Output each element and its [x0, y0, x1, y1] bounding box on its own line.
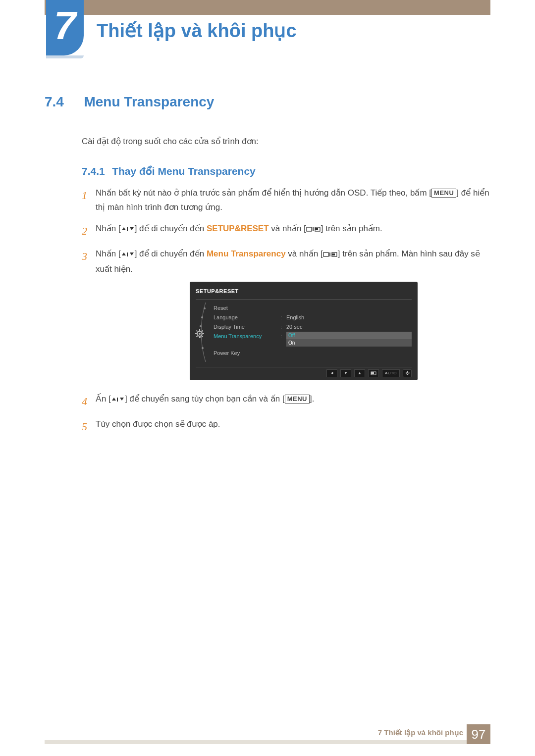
step-text: Ấn [: [96, 394, 111, 403]
keyword-setup-reset: SETUP&RESET: [207, 224, 269, 233]
osd-value: 20 sec: [286, 322, 302, 332]
menu-key-icon: MENU: [431, 189, 456, 198]
step-1: 1 Nhấn bất kỳ nút nào ở phía trước sản p…: [82, 186, 490, 215]
top-accent-bar: [45, 0, 490, 15]
step-text: và nhấn [: [269, 224, 306, 233]
svg-point-20: [199, 333, 201, 335]
svg-rect-30: [371, 372, 374, 374]
step-number: 1: [82, 186, 96, 204]
up-down-icon: [111, 393, 125, 407]
osd-title: SETUP&RESET: [196, 287, 412, 300]
chapter-number-tab: 7: [46, 0, 84, 55]
osd-option-off: Off: [286, 332, 412, 339]
osd-row-language: Language : English: [214, 313, 412, 322]
osd-row-display-time: Display Time : 20 sec: [214, 322, 412, 332]
footer-chapter-text: 7 Thiết lập và khôi phục: [378, 728, 463, 737]
step-number: 5: [82, 417, 96, 436]
step-text: ] để chuyển sang tùy chọn bạn cần và ấn …: [125, 394, 285, 403]
step-number: 3: [82, 247, 96, 265]
osd-label: Power Key: [214, 349, 280, 358]
step-5: 5 Tùy chọn được chọn sẽ được áp.: [82, 417, 490, 436]
up-down-icon: [121, 223, 135, 237]
step-2: 2 Nhấn [] để di chuyển đến SETUP&RESET v…: [82, 222, 490, 240]
source-enter-icon: [306, 223, 321, 237]
osd-label: Language: [214, 313, 280, 322]
step-text: Tùy chọn được chọn sẽ được áp.: [96, 417, 490, 432]
osd-nav-left-icon: ◄: [326, 369, 337, 377]
source-enter-icon: [323, 248, 338, 262]
svg-point-18: [202, 347, 204, 349]
gear-icon: [195, 329, 205, 339]
step-number: 2: [82, 222, 96, 240]
osd-nav-up-icon: ▲: [354, 369, 365, 377]
osd-label: Display Time: [214, 322, 280, 332]
osd-option-on: On: [286, 339, 412, 347]
subsection-number: 7.4.1: [82, 165, 105, 177]
osd-colon: :: [280, 332, 286, 341]
svg-point-16: [200, 325, 202, 327]
svg-rect-32: [117, 398, 118, 402]
svg-rect-11: [329, 252, 330, 256]
osd-row-menu-transparency: Menu Transparency : Off On: [214, 332, 412, 349]
osd-auto-button: AUTO: [382, 369, 400, 377]
svg-line-25: [197, 331, 198, 332]
svg-marker-9: [130, 252, 134, 255]
svg-rect-8: [127, 252, 128, 256]
keyword-menu-transparency: Menu Transparency: [207, 249, 286, 258]
step-4: 4 Ấn [] để chuyển sang tùy chọn bạn cần …: [82, 392, 490, 410]
osd-row-reset: Reset: [214, 303, 412, 313]
svg-rect-1: [127, 227, 128, 231]
svg-rect-3: [307, 227, 312, 231]
osd-label-active: Menu Transparency: [214, 332, 280, 341]
svg-marker-33: [120, 398, 124, 401]
step-text: Nhấn [: [96, 249, 121, 258]
step-text: ] để di chuyển đến: [135, 224, 207, 233]
step-text: ] trên sản phẩm.: [321, 224, 382, 233]
osd-panel: SETUP&RESET: [190, 282, 418, 380]
step-text: ].: [310, 394, 314, 403]
step-3: 3 Nhấn [] để di chuyển đến Menu Transpar…: [82, 247, 490, 385]
svg-rect-13: [332, 253, 335, 255]
osd-colon: :: [280, 322, 286, 332]
svg-line-28: [197, 336, 198, 337]
svg-marker-0: [122, 227, 126, 230]
svg-line-27: [202, 331, 203, 332]
osd-nav-down-icon: ▼: [340, 369, 351, 377]
svg-line-26: [202, 336, 203, 337]
page-number: 97: [467, 724, 490, 744]
osd-label: Reset: [214, 303, 280, 313]
step-text: Nhấn bất kỳ nút nào ở phía trước sản phẩ…: [96, 188, 431, 198]
menu-key-icon: MENU: [285, 395, 310, 403]
osd-value: English: [286, 313, 304, 322]
svg-marker-31: [112, 398, 116, 401]
section-number: 7.4: [45, 94, 82, 110]
step-text: và nhấn [: [286, 249, 323, 258]
svg-point-15: [201, 316, 203, 318]
osd-footer-buttons: ◄ ▼ ▲ AUTO ⏻: [196, 367, 412, 377]
step-text: ] để di chuyển đến: [135, 249, 207, 258]
osd-enter-icon: [368, 369, 379, 377]
osd-colon: :: [280, 313, 286, 322]
svg-marker-7: [122, 252, 126, 255]
svg-rect-10: [323, 252, 328, 256]
step-text: Nhấn [: [96, 224, 121, 233]
svg-marker-2: [130, 227, 134, 230]
svg-point-14: [204, 307, 206, 309]
step-number: 4: [82, 392, 96, 410]
up-down-icon: [121, 248, 135, 262]
subsection-title: Thay đổi Menu Transparency: [112, 165, 256, 177]
section-title: Menu Transparency: [84, 94, 214, 110]
svg-rect-6: [315, 228, 318, 230]
footer-accent-bar: [45, 740, 490, 744]
chapter-title: Thiết lập và khôi phục: [97, 20, 297, 42]
osd-row-power-key: Power Key: [214, 349, 412, 358]
osd-power-icon: ⏻: [403, 369, 412, 377]
svg-rect-4: [313, 227, 314, 231]
section-intro: Cài đặt độ trong suốt cho các cửa sổ trì…: [82, 135, 490, 148]
